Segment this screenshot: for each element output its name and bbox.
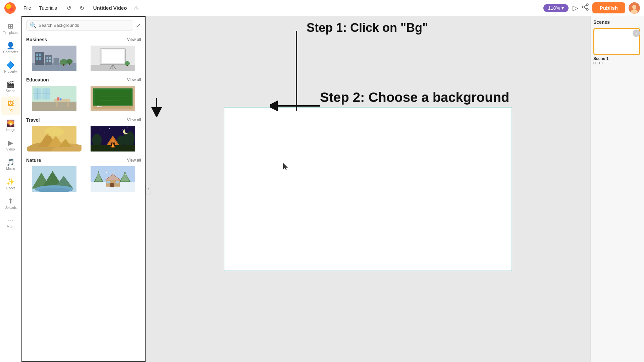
bg-section-education-header: Education View all xyxy=(26,77,141,82)
redo-button[interactable]: ↻ xyxy=(77,3,87,13)
uploads-icon: ⬆ xyxy=(8,197,13,205)
bg-grid-travel xyxy=(26,125,141,152)
zoom-control[interactable]: 118% ▾ xyxy=(543,4,569,12)
bg-grid-business xyxy=(26,45,141,72)
bg-section-travel-header: Travel View all xyxy=(26,117,141,123)
svg-point-106 xyxy=(106,172,107,173)
sidebar-label-effect: Effect xyxy=(6,186,15,190)
sidebar-item-templates[interactable]: ⊞ Templates xyxy=(1,19,20,38)
svg-rect-25 xyxy=(63,64,64,66)
scene-1-wrap: + Scene 1 00:10 xyxy=(593,28,641,65)
left-sidebar: ⊞ Templates 👤 Character 🔷 Property 🎬 Sce… xyxy=(0,16,21,362)
sidebar-item-bg[interactable]: 🖼 Bg xyxy=(1,97,20,115)
user-avatar[interactable] xyxy=(629,2,640,14)
view-all-education[interactable]: View all xyxy=(127,77,141,82)
svg-rect-27 xyxy=(69,63,70,65)
svg-rect-45 xyxy=(54,99,70,102)
bg-thumb-education-2[interactable] xyxy=(85,85,141,112)
svg-rect-101 xyxy=(116,181,119,184)
bg-section-education: Education View all xyxy=(26,77,141,112)
main-canvas[interactable] xyxy=(224,107,512,271)
view-all-travel[interactable]: View all xyxy=(127,118,141,122)
bg-thumb-nature-2[interactable] xyxy=(85,166,141,192)
collapse-panel-button[interactable]: ‹ xyxy=(146,184,151,194)
cursor xyxy=(283,163,288,172)
canvas-wrapper xyxy=(146,16,590,362)
svg-point-82 xyxy=(125,129,129,133)
topbar: File Tutorials ↺ ↻ Untitled Video ⚠ 118%… xyxy=(0,0,644,16)
sidebar-item-effect[interactable]: ✨ Effect xyxy=(1,174,20,193)
bg-icon: 🖼 xyxy=(7,100,14,108)
sidebar-item-video[interactable]: ▶ Video xyxy=(1,135,20,154)
svg-point-103 xyxy=(113,171,115,173)
svg-point-3 xyxy=(586,4,588,6)
canvas-area: Step 1: Click on "Bg" Step 2: Choose a b… xyxy=(146,16,590,362)
scenes-panel: Scenes + Scene 1 00:10 xyxy=(590,16,644,362)
svg-point-80 xyxy=(127,128,127,128)
view-all-business[interactable]: View all xyxy=(127,37,141,42)
svg-point-26 xyxy=(66,59,73,64)
svg-rect-22 xyxy=(49,60,51,62)
sidebar-item-property[interactable]: 🔷 Property xyxy=(1,58,20,76)
svg-rect-17 xyxy=(39,57,41,60)
app-logo[interactable] xyxy=(4,2,16,14)
bg-section-nature-header: Nature View all xyxy=(26,158,141,163)
svg-rect-49 xyxy=(60,98,62,101)
bg-panel-header: 🔍 ⤢ xyxy=(22,17,145,34)
file-menu[interactable]: File xyxy=(20,4,35,12)
sidebar-item-character[interactable]: 👤 Character xyxy=(1,38,20,57)
svg-rect-57 xyxy=(100,106,102,107)
main-layout: ⊞ Templates 👤 Character 🔷 Property 🎬 Sce… xyxy=(0,16,644,362)
view-all-nature[interactable]: View all xyxy=(127,158,141,163)
sidebar-label-video: Video xyxy=(6,147,15,151)
bg-panel-content: Business View all xyxy=(22,34,145,361)
bg-thumb-business-2[interactable] xyxy=(85,45,141,72)
bg-thumb-travel-1[interactable] xyxy=(26,125,82,152)
svg-line-7 xyxy=(584,7,586,9)
svg-point-4 xyxy=(582,6,584,8)
document-title[interactable]: Untitled Video xyxy=(93,5,127,11)
bg-thumb-nature-1[interactable] xyxy=(26,166,82,192)
character-icon: 👤 xyxy=(6,42,15,50)
svg-point-76 xyxy=(100,129,101,130)
sidebar-label-scene: Scene xyxy=(6,89,15,93)
sidebar-label-music: Music xyxy=(6,167,15,171)
svg-rect-40 xyxy=(42,88,50,100)
publish-button[interactable]: Publish xyxy=(592,2,625,13)
svg-rect-14 xyxy=(36,54,38,56)
scene-add-button[interactable]: + xyxy=(633,29,640,37)
expand-panel-button[interactable]: ⤢ xyxy=(136,22,141,29)
svg-rect-31 xyxy=(101,50,124,63)
preview-play-button[interactable]: ▷ xyxy=(573,4,578,12)
svg-point-108 xyxy=(125,174,126,175)
bg-search-input[interactable] xyxy=(39,23,129,28)
sidebar-item-music[interactable]: 🎵 Music xyxy=(1,155,20,174)
bg-search-box[interactable]: 🔍 xyxy=(26,20,133,31)
share-button[interactable] xyxy=(582,3,589,12)
bg-thumb-travel-2[interactable] xyxy=(85,125,141,152)
sidebar-item-uploads[interactable]: ⬆ Uploads xyxy=(1,194,20,213)
svg-rect-18 xyxy=(45,55,52,65)
svg-rect-15 xyxy=(39,54,41,56)
svg-point-107 xyxy=(119,170,119,170)
scene-icon: 🎬 xyxy=(6,80,15,88)
svg-rect-47 xyxy=(67,102,69,107)
svg-rect-21 xyxy=(47,60,48,62)
image-icon: 🌄 xyxy=(6,119,15,127)
alert-icon: ⚠ xyxy=(133,4,139,12)
bg-thumb-education-1[interactable] xyxy=(26,85,82,112)
sidebar-label-more: More xyxy=(7,225,14,229)
svg-point-9 xyxy=(632,5,636,9)
sidebar-item-scene[interactable]: 🎬 Scene xyxy=(1,77,20,96)
video-icon: ▶ xyxy=(8,139,13,147)
sidebar-item-more[interactable]: ··· More xyxy=(1,213,20,232)
svg-rect-48 xyxy=(57,97,59,101)
svg-point-64 xyxy=(45,127,64,137)
bg-thumb-business-1[interactable] xyxy=(26,45,82,72)
undo-button[interactable]: ↺ xyxy=(64,3,73,13)
svg-rect-38 xyxy=(32,102,76,112)
sidebar-item-image[interactable]: 🌄 Image xyxy=(1,116,20,135)
svg-rect-52 xyxy=(95,90,130,105)
tutorials-menu[interactable]: Tutorials xyxy=(36,4,60,12)
sidebar-label-image: Image xyxy=(6,128,15,132)
